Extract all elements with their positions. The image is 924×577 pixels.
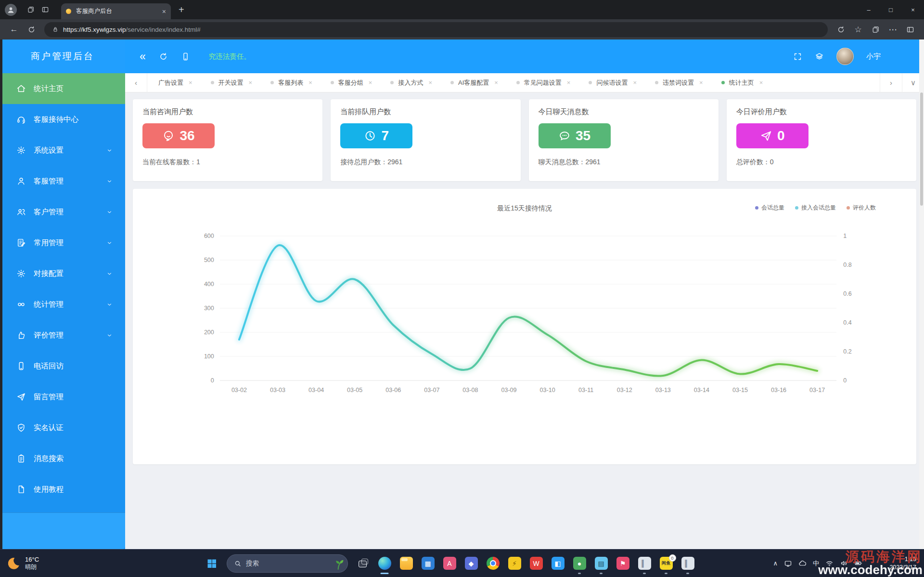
sidebar-item-stats-manage[interactable]: 统计管理 (0, 289, 125, 320)
sync-icon[interactable] (833, 22, 849, 37)
device-icon[interactable] (784, 559, 792, 567)
flag-icon[interactable]: ⚑ (616, 557, 629, 570)
tab-stats-home[interactable]: 统计主页 × (712, 73, 772, 92)
vscode-icon[interactable]: ◧ (552, 557, 565, 570)
weather-widget[interactable]: 16°C 晴朗 (0, 556, 39, 571)
app-cam-icon[interactable]: ● (573, 557, 586, 570)
tab-close-icon[interactable]: × (369, 79, 372, 86)
stat-card-badge: 0 (736, 123, 808, 148)
taskbar-clock[interactable]: 1:13 2023/3/17 (889, 555, 916, 572)
tab-close-icon[interactable]: × (494, 79, 498, 86)
search-input[interactable] (246, 560, 318, 567)
explorer-icon[interactable] (400, 557, 413, 570)
more-menu-icon[interactable]: ⋯ (885, 22, 901, 37)
tab-ad-settings[interactable]: 广告设置 × (149, 73, 202, 92)
tab-switch-settings[interactable]: 开关设置 × (202, 73, 262, 92)
tab-close-icon[interactable]: × (759, 79, 763, 86)
sidebar-item-realname-auth[interactable]: 实名认证 (0, 412, 125, 443)
tab-close-icon[interactable]: × (699, 79, 703, 86)
sidebar-item-review-manage[interactable]: 评价管理 (0, 320, 125, 351)
scrollbar-thumb[interactable] (920, 92, 923, 206)
browser-profile-avatar[interactable] (5, 4, 17, 16)
mobile-view-icon[interactable] (181, 52, 190, 61)
tab-close-icon[interactable]: × (249, 79, 253, 86)
sidebar-item-stats-home[interactable]: 统计主页 (0, 73, 125, 104)
volume-icon[interactable] (840, 559, 848, 567)
tab-greeting-settings[interactable]: 问候语设置 × (579, 73, 646, 92)
collapse-sidebar-icon[interactable]: « (140, 51, 146, 62)
app-bolt-icon[interactable]: ⚡ (508, 557, 521, 570)
taskbar-search[interactable] (227, 554, 348, 573)
collections-icon[interactable] (867, 22, 884, 37)
sidebar-panel-icon[interactable] (902, 22, 918, 37)
tabs-scroll-right-icon[interactable]: › (880, 73, 902, 92)
app-hex-icon[interactable]: ◆ (465, 557, 478, 570)
back-button[interactable]: ← (6, 22, 22, 37)
tab-ai-service-config[interactable]: AI客服配置 × (441, 73, 507, 92)
tab-faq-settings[interactable]: 常见问题设置 × (507, 73, 580, 92)
url-bar[interactable]: https://kf5.xywlgzs.vip/service/index/in… (44, 22, 828, 37)
sidebar-item-message-manage[interactable]: 留言管理 (0, 381, 125, 412)
start-button[interactable] (202, 554, 221, 573)
moon-weather-icon (6, 556, 21, 571)
ime-indicator[interactable]: 中 (813, 559, 819, 568)
tab-close-icon[interactable]: × (428, 79, 432, 86)
sidebar-item-system-settings[interactable]: 系统设置 (0, 135, 125, 166)
tab-service-groups[interactable]: 客服分组 × (321, 73, 382, 92)
new-tab-button[interactable]: + (179, 4, 184, 15)
tab-banned-words[interactable]: 违禁词设置 × (646, 73, 712, 92)
reload-button[interactable] (23, 22, 39, 37)
browser-tab[interactable]: 客服商户后台 × (61, 3, 171, 19)
stat-card-subtitle: 当前在线客服数：1 (142, 158, 313, 167)
taskview-icon[interactable] (357, 557, 370, 570)
refresh-page-icon[interactable] (159, 52, 168, 61)
vertical-tabs-icon[interactable] (38, 3, 52, 16)
app-bar2-icon[interactable]: ▍ (681, 557, 694, 570)
username[interactable]: 小宇 (866, 52, 881, 61)
app-a-icon[interactable]: A (443, 557, 456, 570)
minimize-button[interactable]: – (858, 0, 880, 19)
legend-item[interactable]: 会话总量 (755, 204, 784, 212)
page-scrollbar[interactable] (919, 39, 924, 549)
close-window-button[interactable]: × (902, 0, 924, 19)
close-tab-icon[interactable]: × (162, 8, 166, 15)
sidebar-item-message-search[interactable]: 消息搜索 (0, 443, 125, 474)
sidebar-item-service-manage[interactable]: 客服管理 (0, 166, 125, 197)
sidebar-item-customer-manage[interactable]: 客户管理 (0, 197, 125, 227)
sidebar-item-integration-config[interactable]: 对接配置 (0, 258, 125, 289)
sidebar-item-phone-callback[interactable]: 电话回访 (0, 351, 125, 381)
hidden-icons-chevron[interactable]: ∧ (773, 560, 778, 567)
user-avatar[interactable] (836, 48, 854, 65)
chrome-icon[interactable] (487, 557, 500, 570)
onedrive-icon[interactable] (798, 559, 807, 567)
stat-card-value: 0 (777, 128, 785, 144)
notepad-icon[interactable]: ▤ (595, 557, 608, 570)
sidebar-item-icon (16, 454, 26, 463)
favorites-star-icon[interactable]: ☆ (850, 22, 866, 37)
maximize-button[interactable]: □ (880, 0, 902, 19)
tab-close-icon[interactable]: × (189, 79, 192, 86)
store-icon[interactable]: ▦ (422, 557, 435, 570)
tabs-scroll-left-icon[interactable]: ‹ (125, 73, 147, 92)
tab-close-icon[interactable]: × (308, 79, 312, 86)
browser-titlebar: 客服商户后台 × + – □ × (0, 0, 924, 19)
theme-layers-icon[interactable] (815, 52, 824, 61)
wifi-icon[interactable] (825, 559, 834, 567)
sidebar-item-common-manage[interactable]: 常用管理 (0, 227, 125, 258)
legend-item[interactable]: 接入会话总量 (795, 204, 836, 212)
sidebar-item-service-center[interactable]: 客服接待中心 (0, 104, 125, 135)
battery-icon[interactable] (854, 559, 862, 567)
tab-service-list[interactable]: 客服列表 × (261, 73, 321, 92)
legend-item[interactable]: 评价人数 (847, 204, 876, 212)
wps-icon[interactable]: W (530, 557, 543, 570)
workspaces-icon[interactable] (24, 3, 38, 16)
xianyu-icon[interactable]: 闲鱼 0 (660, 557, 673, 570)
tab-close-icon[interactable]: × (567, 79, 571, 86)
fullscreen-icon[interactable] (793, 52, 802, 61)
sidebar-item-tutorial[interactable]: 使用教程 (0, 474, 125, 505)
app-bar-icon[interactable]: ▍ (638, 557, 651, 570)
tab-close-icon[interactable]: × (633, 79, 637, 86)
svg-text:0.4: 0.4 (843, 319, 851, 326)
tab-access-methods[interactable]: 接入方式 × (381, 73, 441, 92)
edge-icon[interactable] (378, 557, 391, 570)
